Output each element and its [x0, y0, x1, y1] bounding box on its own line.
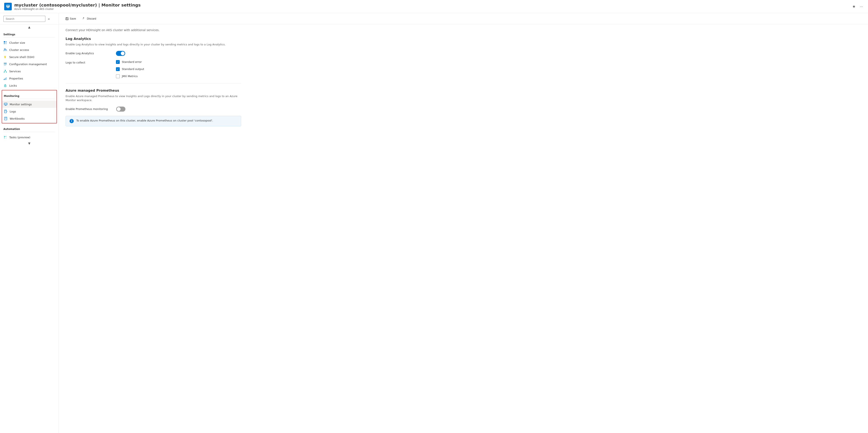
jmx-metrics-checkbox[interactable] — [116, 75, 120, 78]
logs-checkbox-group: Standard error Standard output JMX Metri… — [116, 60, 144, 78]
header-actions: ★ ··· — [851, 3, 864, 10]
jmx-metrics-item[interactable]: JMX Metrics — [116, 75, 144, 78]
sidebar-item-cluster-size[interactable]: Cluster size — [0, 39, 59, 46]
enable-log-analytics-row: Enable Log Analytics — [66, 51, 241, 56]
svg-line-21 — [4, 70, 5, 72]
monitoring-section: Monitoring Monitor settings Logs Workboo… — [2, 90, 57, 123]
automation-section: Automation Tasks (preview) — [0, 124, 59, 141]
sidebar-item-services[interactable]: Services — [0, 68, 59, 75]
sidebar-item-secure-shell[interactable]: Secure shell (SSH) — [0, 53, 59, 61]
save-label: Save — [70, 17, 76, 20]
standard-error-label: Standard error — [122, 60, 142, 63]
standard-error-item[interactable]: Standard error — [116, 60, 144, 64]
svg-rect-35 — [5, 112, 6, 112]
sidebar-item-cluster-access[interactable]: Cluster access — [0, 46, 59, 53]
services-icon — [3, 69, 7, 73]
sidebar-item-properties[interactable]: Properties — [0, 75, 59, 82]
monitor-settings-label: Monitor settings — [10, 103, 32, 106]
svg-point-27 — [5, 86, 5, 86]
svg-rect-3 — [7, 6, 8, 7]
azure-prometheus-description: Enable Azure managed Prometheus to view … — [66, 94, 241, 103]
svg-rect-49 — [66, 18, 67, 18]
svg-rect-31 — [5, 105, 6, 106]
logs-to-collect-row: Logs to collect Standard error Standard … — [66, 60, 241, 78]
sidebar-item-logs[interactable]: Logs — [2, 108, 57, 115]
info-banner: i To enable Azure Prometheus on this clu… — [66, 116, 241, 126]
logs-to-collect-label: Logs to collect — [66, 60, 107, 64]
sidebar-item-tasks-preview[interactable]: Tasks (preview) — [0, 134, 59, 141]
svg-rect-1 — [7, 5, 9, 6]
standard-output-item[interactable]: Standard output — [116, 67, 144, 71]
settings-section: Settings Cluster size Cluster access Sec… — [0, 30, 59, 89]
svg-rect-24 — [5, 78, 5, 80]
sidebar-collapse-button[interactable]: « — [47, 16, 51, 22]
standard-output-checkbox[interactable] — [116, 67, 120, 71]
svg-point-20 — [6, 72, 7, 73]
automation-section-label: Automation — [0, 124, 59, 132]
toggle-slider — [116, 51, 125, 56]
svg-rect-15 — [4, 64, 7, 64]
services-label: Services — [9, 70, 21, 73]
page-header: mycluster (contosopool/mycluster) | Moni… — [0, 0, 868, 13]
svg-rect-5 — [4, 41, 5, 42]
content-area: Save Discard Connect your HDInsight on A… — [59, 13, 868, 433]
settings-section-label: Settings — [0, 30, 59, 37]
enable-log-analytics-toggle[interactable] — [116, 51, 125, 56]
cluster-icon — [4, 3, 12, 10]
enable-log-analytics-label: Enable Log Analytics — [66, 51, 107, 55]
settings-divider — [3, 37, 55, 37]
page-title: mycluster (contosopool/mycluster) | Moni… — [14, 2, 849, 7]
svg-point-43 — [6, 136, 6, 137]
svg-point-9 — [4, 49, 5, 50]
sidebar-search-area: « — [0, 13, 59, 25]
sidebar-item-monitor-settings[interactable]: Monitor settings — [2, 101, 57, 108]
monitor-settings-icon — [4, 103, 7, 106]
workbooks-icon — [4, 117, 7, 120]
logs-icon — [4, 110, 7, 113]
save-icon — [66, 17, 68, 20]
discard-button[interactable]: Discard — [81, 16, 98, 22]
locks-icon — [3, 84, 7, 87]
svg-point-18 — [5, 70, 6, 70]
favorite-button[interactable]: ★ — [851, 3, 857, 10]
log-analytics-section: Log Analytics Enable Log Analytics to vi… — [66, 37, 241, 78]
log-analytics-title: Log Analytics — [66, 37, 241, 41]
svg-rect-8 — [5, 43, 7, 44]
configuration-management-icon — [3, 62, 7, 66]
enable-prometheus-row: Enable Prometheus monitoring — [66, 107, 241, 112]
save-button[interactable]: Save — [64, 16, 78, 22]
tasks-preview-label: Tasks (preview) — [9, 136, 30, 139]
sidebar-item-workbooks[interactable]: Workbooks — [2, 115, 57, 122]
svg-rect-7 — [4, 43, 5, 44]
azure-prometheus-section: Azure managed Prometheus Enable Azure ma… — [66, 88, 241, 126]
jmx-metrics-label: JMX Metrics — [122, 75, 137, 78]
svg-rect-13 — [5, 58, 5, 58]
locks-label: Locks — [9, 84, 17, 87]
content-body: Connect your HDInsight on AKS cluster wi… — [59, 24, 248, 131]
info-banner-text: To enable Azure Prometheus on this clust… — [76, 119, 213, 122]
monitoring-section-label: Monitoring — [2, 91, 57, 99]
cluster-access-label: Cluster access — [9, 48, 29, 52]
monitoring-divider — [4, 99, 55, 99]
cluster-size-icon — [3, 41, 7, 45]
svg-rect-37 — [4, 117, 7, 120]
svg-rect-25 — [6, 77, 6, 80]
sidebar-scroll-up[interactable]: ▲ — [0, 25, 59, 30]
sidebar-scroll-down[interactable]: ▼ — [0, 141, 59, 146]
header-title-area: mycluster (contosopool/mycluster) | Moni… — [14, 2, 849, 10]
toolbar: Save Discard — [59, 13, 868, 24]
sidebar-item-configuration-management[interactable]: Configuration management — [0, 61, 59, 68]
discard-icon — [83, 17, 86, 20]
svg-rect-6 — [5, 41, 7, 42]
log-analytics-description: Enable Log Analytics to view insights an… — [66, 42, 241, 47]
svg-rect-29 — [4, 103, 7, 105]
standard-error-checkbox[interactable] — [116, 60, 120, 64]
svg-rect-23 — [4, 79, 4, 80]
search-input[interactable] — [3, 16, 45, 22]
secure-shell-icon — [3, 55, 7, 59]
sidebar-item-locks[interactable]: Locks — [0, 82, 59, 89]
secure-shell-label: Secure shell (SSH) — [9, 56, 34, 59]
svg-rect-50 — [66, 19, 68, 20]
more-options-button[interactable]: ··· — [859, 4, 864, 10]
enable-prometheus-toggle[interactable] — [116, 107, 125, 112]
